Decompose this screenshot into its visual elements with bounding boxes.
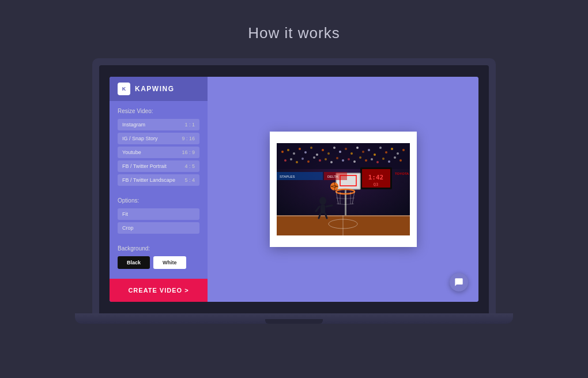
svg-point-8 — [293, 152, 295, 155]
svg-point-26 — [397, 152, 399, 155]
svg-point-23 — [379, 147, 382, 149]
svg-point-11 — [310, 147, 312, 149]
sidebar-header: K KAPWING — [110, 77, 208, 101]
video-preview: 1:42 Q3 — [270, 132, 417, 247]
svg-point-31 — [301, 158, 304, 160]
resize-section: Resize Video: Instagram 1 : 1 IG / Snap … — [110, 101, 208, 192]
laptop-container: K KAPWING Resize Video: Instagram 1 : 1 … — [75, 58, 513, 324]
svg-point-48 — [399, 159, 402, 162]
svg-point-21 — [368, 149, 370, 151]
resize-option-instagram-ratio: 1 : 1 — [184, 122, 195, 128]
svg-point-47 — [394, 156, 396, 159]
kapwing-logo: K — [118, 83, 130, 95]
svg-point-24 — [385, 151, 387, 154]
svg-point-9 — [299, 148, 301, 150]
resize-option-fb-portrait[interactable]: FB / Twitter Portrait 4 : 5 — [118, 160, 199, 172]
background-buttons: Black White — [118, 256, 199, 269]
basketball-scene-svg: 1:42 Q3 — [277, 143, 410, 235]
background-section: Background: Black White — [110, 239, 208, 272]
svg-text:DELTA: DELTA — [327, 175, 338, 178]
svg-point-62 — [319, 197, 326, 205]
create-video-button[interactable]: CREATE VIDEO > — [110, 279, 208, 302]
svg-point-34 — [319, 159, 321, 162]
resize-option-ig-snap[interactable]: IG / Snap Story 9 : 16 — [118, 133, 199, 144]
svg-point-25 — [391, 148, 393, 150]
svg-point-39 — [348, 158, 350, 160]
resize-option-youtube[interactable]: Youtube 16 : 9 — [118, 147, 199, 158]
svg-point-37 — [336, 157, 338, 159]
resize-option-youtube-ratio: 16 : 9 — [182, 149, 195, 155]
svg-point-30 — [296, 161, 298, 163]
svg-point-41 — [359, 156, 361, 159]
video-top-bar — [277, 139, 410, 143]
svg-point-14 — [327, 152, 330, 155]
resize-option-fb-landscape-label: FB / Twitter Landscape — [122, 177, 175, 183]
svg-point-10 — [304, 151, 307, 154]
svg-point-36 — [330, 161, 333, 163]
page-title: How it works — [248, 24, 340, 42]
svg-point-43 — [371, 158, 373, 160]
background-black-button[interactable]: Black — [118, 256, 150, 269]
resize-option-youtube-label: Youtube — [122, 149, 141, 155]
svg-point-33 — [313, 156, 315, 159]
svg-point-68 — [330, 182, 338, 190]
svg-point-27 — [402, 149, 405, 151]
svg-line-65 — [326, 205, 332, 207]
svg-point-46 — [388, 160, 390, 163]
resize-option-fb-portrait-label: FB / Twitter Portrait — [122, 163, 167, 169]
screen-bezel: K KAPWING Resize Video: Instagram 1 : 1 … — [92, 58, 496, 313]
svg-rect-63 — [321, 205, 325, 214]
background-white-button[interactable]: White — [153, 256, 186, 269]
options-section: Options: Fit Crop — [110, 192, 208, 239]
svg-text:Q3: Q3 — [373, 182, 378, 187]
chat-bubble-button[interactable] — [450, 273, 468, 291]
svg-point-35 — [325, 158, 327, 160]
resize-option-fb-landscape-ratio: 5 : 4 — [184, 177, 195, 183]
resize-label: Resize Video: — [118, 108, 199, 114]
svg-point-6 — [281, 151, 284, 153]
svg-rect-5 — [277, 143, 410, 169]
svg-point-28 — [284, 159, 287, 162]
app-container: K KAPWING Resize Video: Instagram 1 : 1 … — [110, 77, 478, 302]
resize-option-fb-landscape[interactable]: FB / Twitter Landscape 5 : 4 — [118, 174, 199, 186]
svg-point-19 — [356, 147, 359, 149]
video-bottom-bar — [277, 235, 410, 240]
svg-point-20 — [362, 151, 364, 153]
svg-point-13 — [322, 149, 324, 151]
svg-point-29 — [290, 158, 292, 160]
svg-point-7 — [287, 149, 289, 151]
svg-point-32 — [307, 160, 310, 163]
resize-option-instagram-label: Instagram — [122, 122, 145, 128]
svg-point-16 — [339, 151, 341, 153]
laptop-hinge — [265, 319, 323, 324]
option-crop[interactable]: Crop — [118, 222, 199, 234]
kapwing-brand-name: KAPWING — [135, 85, 175, 93]
sidebar: K KAPWING Resize Video: Instagram 1 : 1 … — [110, 77, 208, 302]
svg-text:1:42: 1:42 — [368, 174, 383, 181]
svg-text:STAPLES: STAPLES — [280, 175, 295, 178]
resize-option-ig-snap-ratio: 9 : 16 — [182, 136, 195, 141]
screen-inner: K KAPWING Resize Video: Instagram 1 : 1 … — [99, 65, 489, 313]
video-image: 1:42 Q3 — [277, 143, 410, 235]
svg-point-44 — [376, 161, 379, 163]
chat-icon — [454, 278, 463, 287]
resize-option-fb-portrait-ratio: 4 : 5 — [184, 163, 195, 169]
svg-point-12 — [316, 154, 318, 156]
resize-option-instagram[interactable]: Instagram 1 : 1 — [118, 119, 199, 130]
svg-point-38 — [342, 159, 344, 162]
svg-point-17 — [345, 148, 347, 150]
laptop-base — [75, 313, 513, 324]
svg-point-45 — [382, 158, 385, 160]
svg-text:TOYOTA: TOYOTA — [395, 172, 409, 175]
svg-point-42 — [365, 159, 367, 162]
svg-point-15 — [333, 147, 336, 149]
background-label: Background: — [118, 245, 199, 252]
svg-point-22 — [374, 154, 376, 156]
svg-point-18 — [350, 152, 353, 155]
svg-point-40 — [353, 160, 356, 163]
option-fit[interactable]: Fit — [118, 208, 199, 220]
resize-option-ig-snap-label: IG / Snap Story — [122, 136, 158, 141]
options-label: Options: — [118, 197, 199, 204]
main-content: 1:42 Q3 — [208, 77, 478, 302]
